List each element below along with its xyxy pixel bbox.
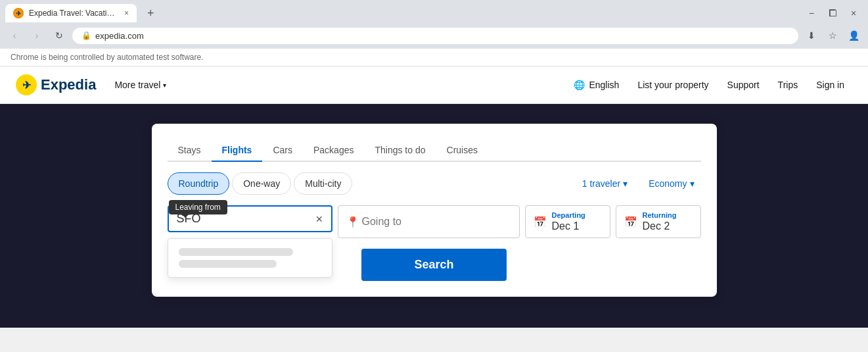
browser-tab[interactable]: ✈ Expedia Travel: Vacation Homes, × <box>5 4 137 22</box>
expedia-logo[interactable]: ✈ Expedia <box>16 74 96 95</box>
trip-type-selector: Roundtrip One-way Multi-city 1 traveler … <box>168 172 701 195</box>
tab-close-button[interactable]: × <box>124 9 129 18</box>
search-fields: Leaving from ✕ 📍 <box>168 205 701 238</box>
tab-cars[interactable]: Cars <box>262 139 303 162</box>
cabin-class-button[interactable]: Economy ▾ <box>642 174 700 193</box>
returning-content: Returning Dec 2 <box>643 211 677 232</box>
refresh-button[interactable]: ↻ <box>50 26 68 45</box>
logo-text: Expedia <box>41 76 96 93</box>
sign-in-button[interactable]: Sign in <box>808 74 852 95</box>
cabin-class-chevron: ▾ <box>690 178 695 189</box>
profile-button[interactable]: 👤 <box>844 26 863 45</box>
browser-titlebar: ✈ Expedia Travel: Vacation Homes, × + − … <box>0 0 868 22</box>
plane-icon: ✈ <box>22 79 31 91</box>
tab-cruises[interactable]: Cruises <box>436 139 488 162</box>
maximize-button[interactable]: ⧠ <box>823 4 842 22</box>
header-right: 🌐 English List your property Support Tri… <box>566 74 852 95</box>
tab-flights[interactable]: Flights <box>212 139 263 162</box>
departing-value: Dec 1 <box>552 220 580 232</box>
travelers-selector: 1 traveler ▾ Economy ▾ <box>576 174 701 193</box>
page-content: ✈ Expedia More travel ▾ 🌐 English List y… <box>0 66 868 328</box>
roundtrip-button[interactable]: Roundtrip <box>168 172 230 195</box>
back-button[interactable]: ‹ <box>5 26 24 45</box>
search-card: Stays Flights Cars Packages Things to do… <box>152 124 717 297</box>
returning-field[interactable]: 📅 Returning Dec 2 <box>616 205 701 238</box>
list-property-label: List your property <box>637 80 708 90</box>
returning-calendar-icon: 📅 <box>624 216 637 228</box>
address-text: expedia.com <box>95 31 789 41</box>
leaving-from-clear-button[interactable]: ✕ <box>315 214 323 224</box>
tab-stays[interactable]: Stays <box>168 139 212 162</box>
more-travel-chevron: ▾ <box>163 82 166 89</box>
browser-frame: ✈ Expedia Travel: Vacation Homes, × + − … <box>0 0 868 49</box>
autocomplete-dropdown <box>168 238 332 278</box>
more-travel-label: More travel <box>114 80 160 90</box>
lock-icon: 🔒 <box>81 31 91 40</box>
trips-label: Trips <box>778 80 798 90</box>
close-window-button[interactable]: × <box>844 4 863 22</box>
location-icon: 📍 <box>346 216 359 228</box>
forward-button[interactable]: › <box>28 26 46 45</box>
travelers-chevron: ▾ <box>623 178 628 189</box>
tab-packages[interactable]: Packages <box>303 139 364 162</box>
site-header: ✈ Expedia More travel ▾ 🌐 English List y… <box>0 66 868 104</box>
logo-icon: ✈ <box>16 74 37 95</box>
search-button[interactable]: Search <box>361 249 506 281</box>
tab-things-to-do[interactable]: Things to do <box>364 139 436 162</box>
list-property-link[interactable]: List your property <box>629 74 716 95</box>
language-label: English <box>589 80 619 90</box>
minimize-button[interactable]: − <box>802 4 821 22</box>
tab-favicon: ✈ <box>13 8 24 18</box>
leaving-from-field[interactable]: Leaving from ✕ <box>168 205 332 232</box>
bookmark-button[interactable]: ☆ <box>823 26 842 45</box>
support-link[interactable]: Support <box>720 74 767 95</box>
departing-calendar-icon: 📅 <box>534 216 547 228</box>
automation-bar: Chrome is being controlled by automated … <box>0 49 868 66</box>
globe-icon: 🌐 <box>574 80 585 90</box>
sign-in-label: Sign in <box>816 80 844 90</box>
hero-section: Stays Flights Cars Packages Things to do… <box>0 104 868 328</box>
departing-label: Departing <box>552 211 585 219</box>
leaving-from-container: Leaving from ✕ <box>168 205 332 238</box>
language-selector[interactable]: 🌐 English <box>566 74 627 95</box>
support-label: Support <box>727 80 760 90</box>
new-tab-button[interactable]: + <box>142 5 160 22</box>
returning-value: Dec 2 <box>643 220 670 232</box>
browser-actions: ⬇ ☆ 👤 <box>802 26 863 45</box>
travelers-button[interactable]: 1 traveler ▾ <box>576 174 634 193</box>
oneway-button[interactable]: One-way <box>232 172 291 195</box>
going-to-field[interactable]: 📍 <box>338 205 520 238</box>
trips-link[interactable]: Trips <box>770 74 806 95</box>
departing-field[interactable]: 📅 Departing Dec 1 <box>525 205 610 238</box>
departing-content: Departing Dec 1 <box>552 211 585 232</box>
search-tabs: Stays Flights Cars Packages Things to do… <box>168 139 701 162</box>
going-to-input[interactable] <box>362 216 511 228</box>
tab-title: Expedia Travel: Vacation Homes, <box>29 9 119 18</box>
multicity-button[interactable]: Multi-city <box>294 172 352 195</box>
autocomplete-skeleton-1 <box>179 248 293 256</box>
automation-text: Chrome is being controlled by automated … <box>11 53 203 62</box>
autocomplete-skeleton-2 <box>179 260 277 268</box>
returning-label: Returning <box>643 211 677 219</box>
download-button[interactable]: ⬇ <box>802 26 821 45</box>
leaving-from-tooltip: Leaving from <box>169 200 227 214</box>
browser-toolbar: ‹ › ↻ 🔒 expedia.com ⬇ ☆ 👤 <box>0 22 868 49</box>
address-bar[interactable]: 🔒 expedia.com <box>72 28 798 44</box>
more-travel-nav[interactable]: More travel ▾ <box>106 74 174 95</box>
